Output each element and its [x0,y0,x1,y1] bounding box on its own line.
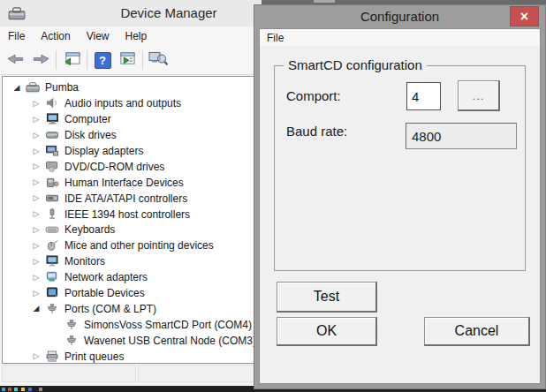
keyboard-icon [45,223,60,235]
ide-controller-icon [45,192,60,204]
collapsed-expander-icon[interactable]: ▷ [27,351,45,360]
ieee1394-icon [45,208,60,220]
tree-item-label: Pumba [45,80,79,94]
show-properties-icon [118,51,137,70]
dialog-titlebar[interactable]: Configuration × [254,5,545,28]
tree-item-label: Audio inputs and outputs [64,96,181,109]
menu-item-action[interactable]: Action [33,28,78,44]
baud-rate-label: Baud rate: [286,124,347,139]
collapsed-expander-icon[interactable]: ▷ [27,162,45,170]
tree-item-label: IDE ATA/ATAPI controllers [64,192,187,205]
forward-icon [30,51,51,70]
expanded-expander-icon[interactable]: ◢ [27,304,45,313]
back-icon [5,51,27,70]
taskbar-speck [8,388,11,391]
dialog-body: File SmartCD configuration Comport: 4 ..… [259,28,541,384]
collapsed-expander-icon[interactable]: ▷ [27,115,45,124]
taskbar-speck [14,388,18,391]
serial-port-icon [64,335,80,346]
background-window-strip [262,0,546,4]
mouse-icon [45,239,60,251]
tree-item-label: Wavenet USB Central Node (COM3) [84,334,256,347]
collapsed-expander-icon[interactable]: ▷ [27,225,45,234]
monitor-icon [45,255,60,267]
tree-item-label: Network adapters [64,270,148,283]
toolbar-button-back[interactable] [4,49,28,72]
ok-button[interactable]: OK [277,317,377,346]
toolbar-separator [142,50,143,70]
help-icon: ? [95,52,111,69]
comport-label: Comport: [286,88,341,103]
collapsed-expander-icon[interactable]: ▷ [27,257,45,266]
disk-drive-icon [45,129,60,140]
toolbar-button-scan-hardware-changes[interactable] [146,49,171,72]
printer-icon [45,351,60,362]
menu-item-file[interactable]: File [260,30,291,46]
taskbar-speck [21,388,25,391]
audio-icon [45,97,60,109]
close-button[interactable]: × [510,6,539,26]
cancel-button[interactable]: Cancel [424,317,530,346]
hid-icon [45,177,60,188]
collapsed-expander-icon[interactable]: ▷ [27,147,45,155]
menu-item-view[interactable]: View [79,28,118,44]
taskbar-speck [28,388,32,391]
portable-device-icon [45,287,60,298]
menu-item-help[interactable]: Help [118,28,155,44]
dialog-title: Configuration [254,5,545,28]
display-adapter-icon [45,145,60,156]
background-window-notch [314,0,335,3]
tree-item-label: Keyboards [64,222,115,236]
baud-rate-field: 4800 [406,123,517,149]
screen: Device Manager FileActionViewHelp ? ◢Pum… [0,0,546,392]
computer-monitor-icon [45,113,60,124]
tree-item-label: Monitors [64,254,105,268]
tree-item-label: Portable Devices [64,286,145,299]
collapsed-expander-icon[interactable]: ▷ [27,289,45,298]
tree-item-label: SimonsVoss SmartCD Port (COM4) [84,318,252,331]
collapsed-expander-icon[interactable]: ▷ [27,241,45,250]
collapsed-expander-icon[interactable]: ▷ [27,193,45,202]
browse-button[interactable]: ... [458,80,500,111]
toolbar-button-forward[interactable] [28,49,53,72]
collapsed-expander-icon[interactable]: ▷ [27,273,45,282]
expanded-expander-icon[interactable]: ◢ [8,83,26,92]
groupbox-label: SmartCD configuration [284,57,427,72]
tree-item-label: Ports (COM & LPT) [64,302,156,315]
network-adapter-icon [45,271,60,283]
status-bar-cell [2,365,136,382]
toolbar-button-show-properties[interactable] [115,49,140,72]
comport-input[interactable]: 4 [406,82,441,110]
collapsed-expander-icon[interactable]: ▷ [27,99,45,108]
tree-item-label: Print queues [64,350,124,363]
taskbar-speck [2,388,5,391]
serial-port-icon [45,303,60,314]
dialog-menu-bar: File [260,29,540,47]
tree-item-label: Disk drives [64,128,117,141]
collapsed-expander-icon[interactable]: ▷ [27,177,45,186]
collapsed-expander-icon[interactable]: ▷ [27,131,45,139]
scan-hardware-changes-icon [148,50,169,70]
toolbar-separator [56,50,57,70]
test-button[interactable]: Test [277,282,377,313]
tree-item-label: IEEE 1394 host controllers [64,207,190,221]
tree-item-label: DVD/CD-ROM drives [64,160,164,173]
toolbar-button-help[interactable]: ? [90,49,115,72]
toolbar-separator [87,50,87,70]
tree-item-label: Mice and other pointing devices [64,238,214,252]
close-icon: × [520,10,528,24]
toolbar-button-show-console-tree[interactable] [59,49,84,72]
tree-item-label: Computer [64,112,111,125]
tree-item-label: Human Interface Devices [64,176,184,189]
computer-machine-icon [26,81,41,93]
dvd-drive-icon [45,161,60,172]
serial-port-icon [64,319,80,330]
menu-item-file[interactable]: File [0,28,33,44]
taskbar-speck [39,388,42,391]
show-console-tree-icon [63,51,81,70]
tree-item-label: Display adapters [64,144,143,157]
configuration-dialog: Configuration × File SmartCD configurati… [254,4,546,389]
collapsed-expander-icon[interactable]: ▷ [27,209,45,218]
